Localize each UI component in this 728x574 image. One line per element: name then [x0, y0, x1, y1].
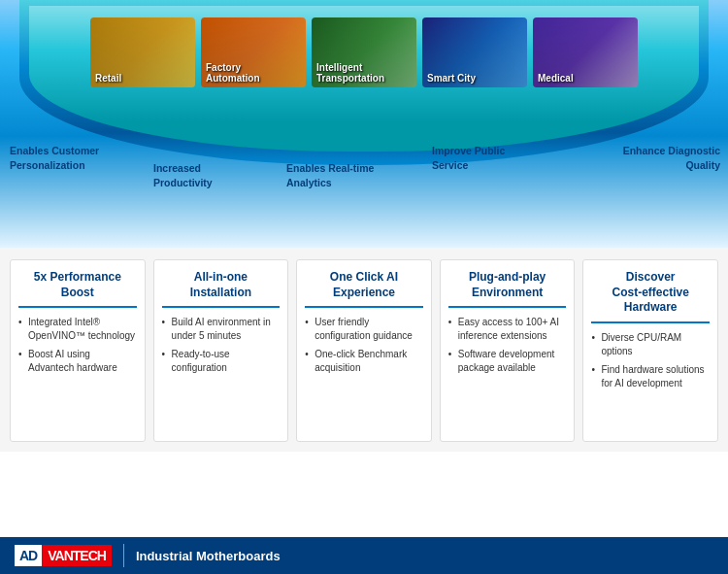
footer-divider [123, 544, 124, 567]
card-performance-item-1: Integrated Intel® OpenVINO™ technology [18, 316, 137, 343]
card-installation-item-1: Build AI environment in under 5 minutes [162, 316, 281, 343]
benefit-customer-personalization: Enables Customer Personalization [10, 144, 116, 172]
logo-ad-part: AD [15, 545, 42, 566]
card-one-click: One Click AI Experience User friendly co… [296, 259, 432, 442]
benefit-productivity: IncreasedProductivity [153, 161, 213, 189]
panel-medical: Medical [533, 17, 638, 87]
card-installation-item-2: Ready-to-use configuration [162, 348, 281, 375]
panel-retail: Retail [90, 17, 195, 87]
card-performance: 5x PerformanceBoost Integrated Intel® Op… [10, 259, 146, 442]
card-installation-items: Build AI environment in under 5 minutes … [162, 316, 281, 380]
card-performance-item-2: Boost AI using Advantech hardware [18, 348, 137, 375]
card-one-click-item-1: User friendly configuration guidance [305, 316, 423, 343]
card-installation: All-in-oneInstallation Build AI environm… [153, 259, 289, 442]
card-performance-title: 5x PerformanceBoost [18, 270, 137, 308]
logo-vantech-part: VANTECH [42, 545, 112, 566]
card-plug-play-item-2: Software development package available [448, 348, 567, 375]
benefit-analytics: Enables Real-timeAnalytics [286, 161, 374, 189]
card-hardware-item-2: Find hardware solutions for AI developme… [591, 363, 710, 390]
panel-transport-label: IntelligentTransportation [316, 62, 384, 84]
panel-transport: IntelligentTransportation [312, 17, 416, 87]
panel-medical-label: Medical [538, 73, 574, 84]
card-installation-title: All-in-oneInstallation [162, 270, 281, 308]
card-hardware-item-1: Diverse CPU/RAM options [591, 331, 710, 358]
panel-factory: FactoryAutomation [201, 17, 306, 87]
card-plug-play-item-1: Easy access to 100+ AI inference extensi… [448, 316, 567, 343]
card-plug-play: Plug-and-playEnvironment Easy access to … [440, 259, 576, 442]
panel-city: Smart City [422, 17, 527, 87]
footer: ADVANTECH Industrial Motherboards [0, 537, 728, 574]
card-hardware: DiscoverCost-effectiveHardware Diverse C… [582, 259, 718, 442]
top-banner: Retail FactoryAutomation IntelligentTran… [0, 0, 728, 248]
card-one-click-title: One Click AI Experience [305, 270, 423, 308]
cards-section: 5x PerformanceBoost Integrated Intel® Op… [0, 248, 728, 452]
benefit-public-service: Improve PublicService [432, 144, 505, 172]
benefit-diagnostic: Enhance DiagnosticQuality [623, 144, 720, 172]
panel-factory-label: FactoryAutomation [206, 62, 260, 84]
card-performance-items: Integrated Intel® OpenVINO™ technology B… [18, 316, 137, 380]
panel-retail-label: Retail [95, 73, 121, 84]
advantech-logo: ADVANTECH [15, 545, 112, 566]
card-hardware-title: DiscoverCost-effectiveHardware [591, 270, 710, 323]
spacer [0, 452, 728, 537]
card-plug-play-items: Easy access to 100+ AI inference extensi… [448, 316, 567, 380]
footer-tagline: Industrial Motherboards [136, 549, 281, 563]
card-hardware-items: Diverse CPU/RAM options Find hardware so… [591, 331, 710, 395]
card-plug-play-title: Plug-and-playEnvironment [448, 270, 567, 308]
panel-city-label: Smart City [427, 73, 476, 84]
card-one-click-item-2: One-click Benchmark acquisition [305, 348, 423, 375]
image-panels-row: Retail FactoryAutomation IntelligentTran… [39, 17, 689, 87]
card-one-click-items: User friendly configuration guidance One… [305, 316, 423, 380]
